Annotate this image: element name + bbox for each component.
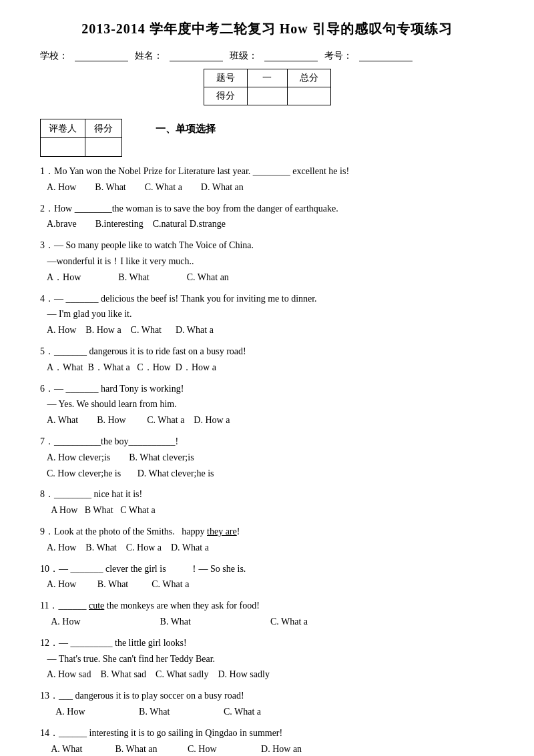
q5-text: 5．_______ dangerous it is to ride fast o… [40, 344, 494, 360]
class-label: 班级： [230, 50, 258, 62]
question-11: 11．______ cute the monkeys are when they… [40, 598, 494, 630]
question-3: 3．— So many people like to watch The Voi… [40, 238, 494, 285]
section1-title: 一、单项选择 [156, 123, 216, 135]
q8-options: A How B What C What a [47, 502, 494, 518]
q12-options: A. How sad B. What sad C. What sadly D. … [47, 667, 494, 683]
q4-text2: — I'm glad you like it. [40, 306, 494, 322]
score-val-one [247, 87, 287, 105]
question-8: 8．________ nice hat it is! A How B What … [40, 486, 494, 518]
eval-row: 评卷人 得分 一、单项选择 [40, 119, 494, 157]
q11-text: 11．______ cute the monkeys are when they… [40, 598, 494, 614]
q3-options: A．How B. What C. What an [47, 270, 494, 286]
score-header-total: 总分 [287, 69, 330, 87]
q1-text: 1．Mo Yan won the Nobel Prize for Literat… [40, 163, 494, 179]
q3-text1: 3．— So many people like to watch The Voi… [40, 238, 494, 254]
question-6: 6．— _______ hard Tony is working! — Yes.… [40, 381, 494, 428]
number-label: 考号： [324, 50, 352, 62]
score-header-one: 一 [247, 69, 287, 87]
score-val-total [287, 87, 330, 105]
questions-container: 1．Mo Yan won the Nobel Prize for Literat… [40, 163, 494, 756]
q10-text: 10．— _______ clever the girl is ！— So sh… [40, 561, 494, 577]
question-7: 7．__________the boy__________! A. How cl… [40, 434, 494, 481]
q6-text2: — Yes. We should learn from him. [40, 396, 494, 412]
q2-options: A.brave B.interesting C.natural D.strang… [47, 216, 494, 232]
q7-text: 7．__________the boy__________! [40, 434, 494, 450]
score-table: 题号 一 总分 得分 [204, 69, 331, 105]
question-10: 10．— _______ clever the girl is ！— So sh… [40, 561, 494, 593]
q9-options: A. How B. What C. How a D. What a [47, 540, 494, 556]
question-1: 1．Mo Yan won the Nobel Prize for Literat… [40, 163, 494, 196]
q12-text1: 12．— _________ the little girl looks! [40, 635, 494, 651]
q9-text: 9．Look at the photo of the Smiths. happy… [40, 524, 494, 540]
q14-options: A. What B. What an C. How D. How an [47, 741, 494, 757]
eval-table: 评卷人 得分 [40, 119, 122, 157]
q14-text: 14．______ interesting it is to go sailin… [40, 725, 494, 741]
question-4: 4．— _______ delicious the beef is! Thank… [40, 291, 494, 338]
q4-text1: 4．— _______ delicious the beef is! Thank… [40, 291, 494, 307]
page-title: 2013-2014 学年度中考二轮复习 How 引导的感叹句专项练习 [40, 20, 494, 38]
info-row: 学校： 姓名： 班级： 考号： [40, 50, 494, 62]
q2-text: 2．How ________the woman is to save the b… [40, 201, 494, 217]
score-table-container: 题号 一 总分 得分 [40, 69, 494, 105]
q6-text1: 6．— _______ hard Tony is working! [40, 381, 494, 397]
q13-text: 13．___ dangerous it is to play soccer on… [40, 688, 494, 704]
question-9: 9．Look at the photo of the Smiths. happy… [40, 524, 494, 556]
question-5: 5．_______ dangerous it is to ride fast o… [40, 344, 494, 376]
q5-options: A．What B．What a C．How D．How a [47, 360, 494, 376]
q10-options: A. How B. What C. What a [47, 577, 494, 593]
q11-options: A. How B. What C. What a [47, 614, 494, 630]
q7-options2: C. How clever;he is D. What clever;he is [47, 466, 494, 482]
question-13: 13．___ dangerous it is to play soccer on… [40, 688, 494, 720]
q4-options: A. How B. How a C. What D. What a [47, 322, 494, 338]
name-label: 姓名： [135, 50, 163, 62]
question-14: 14．______ interesting it is to go sailin… [40, 725, 494, 756]
q13-options: A. How B. What C. What a [47, 704, 494, 720]
q1-options: A. How B. What C. What a D. What an [47, 179, 494, 196]
question-2: 2．How ________the woman is to save the b… [40, 201, 494, 233]
eval-person-label: 评卷人 [41, 119, 85, 138]
q6-options: A. What B. How C. What a D. How a [47, 412, 494, 428]
school-label: 学校： [40, 50, 68, 62]
q3-text2: —wonderful it is！I like it very much.. [40, 254, 494, 270]
q8-text: 8．________ nice hat it is! [40, 486, 494, 502]
eval-score-label: 得分 [85, 119, 122, 138]
eval-person-val [41, 138, 85, 157]
q12-text2: — That's true. She can't find her Teddy … [40, 651, 494, 667]
question-12: 12．— _________ the little girl looks! — … [40, 635, 494, 683]
eval-score-val [85, 138, 122, 157]
score-label-defen: 得分 [204, 87, 247, 105]
q7-options1: A. How clever;is B. What clever;is [47, 450, 494, 466]
score-header-tihao: 题号 [204, 69, 247, 87]
